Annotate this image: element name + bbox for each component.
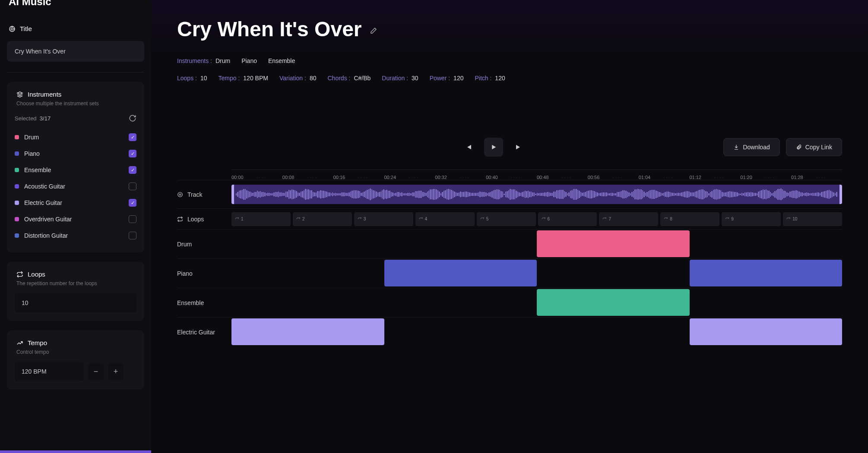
instrument-checkbox[interactable] [129, 182, 136, 190]
trending-icon [16, 340, 23, 346]
loop-segment[interactable]: 4 [415, 212, 475, 226]
clip[interactable] [537, 289, 690, 316]
clip-row-label: Electric Guitar [177, 329, 215, 336]
loop-segment[interactable]: 7 [599, 212, 658, 226]
ruler-tick: 00:40 [486, 175, 537, 180]
page-title: Cry When It's Over [177, 17, 362, 41]
loop-segment[interactable]: 2 [293, 212, 352, 226]
loop-segment[interactable]: 9 [722, 212, 781, 226]
instrument-name: Electric Guitar [24, 199, 124, 206]
app-logo: AI Music [7, 0, 144, 16]
layers-icon [16, 91, 23, 98]
meta-label: Pitch : [475, 75, 491, 82]
tempo-label: Tempo [28, 339, 47, 346]
instrument-checkbox[interactable]: ✓ [129, 150, 136, 157]
meta-label: Power : [430, 75, 450, 82]
disc-icon [177, 192, 183, 198]
loop-segment[interactable]: 3 [354, 212, 413, 226]
instrument-item[interactable]: Ensemble ✓ [15, 162, 136, 178]
meta-label: Tempo : [219, 75, 240, 82]
meta-pair: Power :120 [430, 75, 464, 82]
instrument-item[interactable]: Drum ✓ [15, 129, 136, 145]
instrument-item[interactable]: Acoustic Guitar [15, 178, 136, 195]
loop-segment[interactable]: 8 [660, 212, 719, 226]
previous-button[interactable] [459, 138, 478, 157]
copy-link-label: Copy Link [805, 144, 832, 151]
sidebar: AI Music Title Instruments Choose multip… [0, 0, 151, 453]
loop-segment[interactable]: 5 [477, 212, 536, 226]
ruler-tick: 01:12 [689, 175, 740, 180]
play-button[interactable] [484, 138, 503, 157]
meta-pair: Tempo :120 BPM [219, 75, 268, 82]
clip[interactable] [690, 260, 843, 286]
instrument-item[interactable]: Piano ✓ [15, 145, 136, 162]
instrument-item[interactable]: Distortion Guitar [15, 227, 136, 244]
svg-point-2 [178, 192, 183, 197]
download-icon [733, 144, 739, 150]
loop-segment-icon [664, 217, 668, 221]
tempo-input[interactable] [15, 362, 84, 381]
meta-value: 10 [200, 75, 207, 82]
loop-segment-icon [235, 217, 239, 221]
repeat-icon [177, 216, 183, 222]
instrument-checkbox[interactable] [129, 215, 136, 223]
instrument-checkbox[interactable]: ✓ [129, 199, 136, 207]
next-button[interactable] [509, 138, 528, 157]
clip[interactable] [690, 318, 843, 345]
instruments-subtext: Choose multiple the instrument sets [15, 101, 136, 107]
download-button[interactable]: Download [723, 138, 779, 156]
clip-track[interactable] [231, 230, 842, 258]
loop-segment[interactable]: 6 [538, 212, 597, 226]
meta-label: Duration : [382, 75, 408, 82]
skip-back-icon [465, 143, 472, 151]
clip[interactable] [537, 230, 690, 257]
instrument-checkbox[interactable] [129, 232, 136, 239]
instrument-checkbox[interactable]: ✓ [129, 166, 136, 174]
link-icon [796, 144, 802, 150]
loops-input[interactable] [15, 293, 136, 312]
instrument-item[interactable]: Overdriven Guitar [15, 211, 136, 227]
color-swatch [15, 217, 19, 221]
clip-row: Piano [177, 258, 842, 288]
clip-row-label: Drum [177, 241, 192, 248]
tempo-increment-button[interactable]: + [108, 363, 124, 380]
title-section-header: Title [7, 16, 144, 35]
meta-value: 30 [412, 75, 418, 82]
selected-label: Selected [15, 115, 37, 122]
copy-link-button[interactable]: Copy Link [786, 138, 842, 156]
main-area: Cry When It's Over Instruments :DrumPian… [151, 0, 868, 453]
ruler: 00:0000:0800:1600:2400:3200:4000:4800:56… [231, 170, 842, 180]
loop-segment-icon [786, 217, 791, 221]
meta-label: Instruments : [177, 57, 212, 64]
clip-track[interactable] [231, 288, 842, 317]
meta-value: 120 BPM [243, 75, 268, 82]
meta-value: 80 [310, 75, 317, 82]
refresh-icon[interactable] [129, 114, 136, 122]
meta-pair: Pitch :120 [475, 75, 505, 82]
instrument-name: Piano [24, 150, 124, 157]
tempo-decrement-button[interactable]: − [88, 363, 104, 380]
skip-forward-icon [515, 143, 523, 151]
meta-pair: Piano [241, 57, 257, 64]
clip-track[interactable] [231, 259, 842, 288]
loop-segment[interactable]: 10 [783, 212, 842, 226]
instrument-checkbox[interactable]: ✓ [129, 133, 136, 141]
clip[interactable] [384, 260, 537, 286]
clip[interactable] [231, 318, 384, 345]
instrument-item[interactable]: Electric Guitar ✓ [15, 195, 136, 211]
play-icon [490, 143, 497, 151]
meta-value: Piano [241, 57, 257, 64]
loops-card: Loops The repetition number for the loop… [7, 262, 144, 321]
waveform-track[interactable] [231, 180, 842, 208]
meta-value: 120 [495, 75, 505, 82]
ruler-tick: 00:08 [282, 175, 333, 180]
instrument-name: Ensemble [24, 167, 124, 173]
loop-segment[interactable]: 1 [231, 212, 291, 226]
loop-segment-icon [296, 217, 301, 221]
meta-pair: Chords :C#/Bb [328, 75, 371, 82]
edit-title-button[interactable] [370, 27, 377, 36]
download-label: Download [743, 144, 770, 151]
clip-track[interactable] [231, 318, 842, 346]
color-swatch [15, 233, 19, 238]
title-input[interactable] [7, 41, 144, 62]
